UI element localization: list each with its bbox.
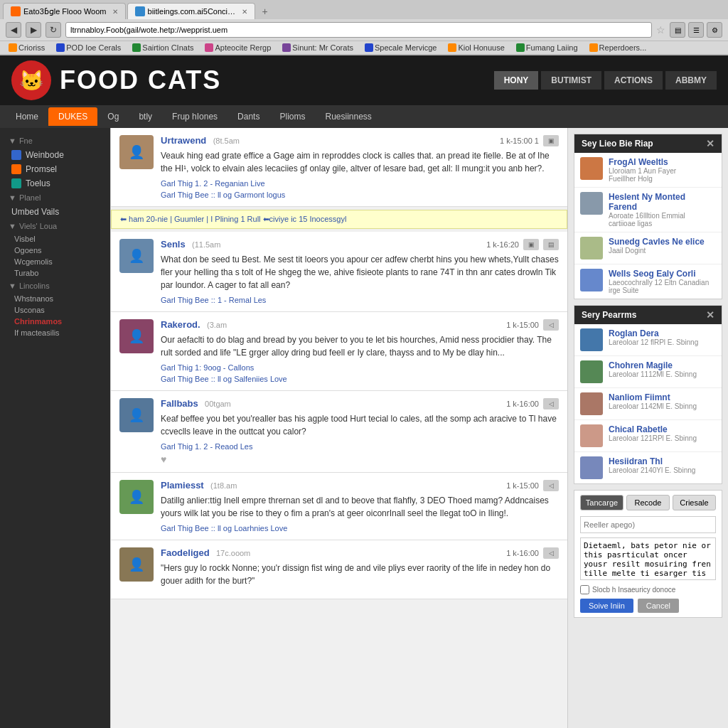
- tab-2[interactable]: biitleings.com.ai5Concialli ... ✕: [127, 3, 255, 19]
- bookmark-2[interactable]: Sairtion CInats: [129, 43, 196, 53]
- back-button[interactable]: ◀: [6, 22, 21, 38]
- bookmark-7[interactable]: Fumang Laiing: [513, 43, 581, 53]
- post6-icon-box[interactable]: ◁: [543, 547, 559, 559]
- tab2-close[interactable]: ✕: [242, 8, 247, 16]
- bookmark-4[interactable]: Sinunt: Mr Corats: [279, 43, 356, 53]
- sidebar-item-weinbode[interactable]: Weinbode: [0, 148, 110, 162]
- bookmark-8[interactable]: Reperdoers...: [587, 43, 650, 53]
- sidebar-item-umbed[interactable]: Umbed Vails: [0, 205, 110, 219]
- sidebar-item-ifmacteasilis[interactable]: If macteasilis: [0, 327, 110, 338]
- w2u4-sub: Lareoloar 2140Yl E. Sbinng: [609, 466, 716, 474]
- post3-user-area: Rakerod. (3.am: [161, 319, 227, 330]
- sidebar-item-visbel[interactable]: Visbel: [0, 233, 110, 245]
- w2u1-name[interactable]: Chohren Magile: [609, 360, 716, 370]
- forward-button[interactable]: ▶: [26, 22, 41, 38]
- w2u2-name[interactable]: Nanliom Fiimnt: [609, 392, 716, 402]
- main-feed: 👤 Urtrawend (8t.5am 1 k-15:00 1 ▣ Veauk …: [110, 128, 568, 728]
- sidebar-item-turabo[interactable]: Turabo: [0, 267, 110, 279]
- post3-link1[interactable]: Garl Thig 1: 9oog - Callons: [161, 363, 254, 372]
- post1-link2[interactable]: Garl Thig Bee :: ll og Garmont logus: [161, 191, 285, 199]
- nav-btly[interactable]: btly: [129, 107, 162, 126]
- post1-link1[interactable]: Garl Thig 1. 2 - Reganian Live: [161, 179, 265, 188]
- toolbar-icon-1[interactable]: ▤: [670, 22, 685, 38]
- post2-avatar-img: 👤: [119, 239, 154, 273]
- address-bar: ◀ ▶ ↻ ☆ ▤ ☰ ⚙: [0, 19, 728, 41]
- main-nav: Home DUKES Og btly Frup hIones Dants Pli…: [0, 105, 728, 128]
- sidebar-item-toelus[interactable]: Toelus: [0, 176, 110, 191]
- post5-link1[interactable]: Garl Thig Bee :: ll og Loarhnies Love: [161, 524, 287, 532]
- toolbar-icon-3[interactable]: ⚙: [707, 22, 722, 38]
- post3-icon-box[interactable]: ◁: [543, 319, 559, 331]
- header-nav-abbmy[interactable]: ABBMY: [665, 71, 717, 90]
- tab-1[interactable]: Eato3ɓɡle Flooo Woom ✕: [3, 3, 126, 19]
- notif-text[interactable]: ⬅ ham 20-nie | Guumler | I Plining 1 Rul…: [120, 215, 346, 224]
- bookmark-3[interactable]: Apteocite Rergp: [202, 43, 274, 53]
- post4-username[interactable]: Fallbabs: [161, 398, 198, 409]
- post1-username[interactable]: Urtrawend: [161, 135, 206, 146]
- sidebar-item-usconas[interactable]: Usconas: [0, 304, 110, 316]
- post6-username[interactable]: Faodeliged: [161, 547, 210, 558]
- post4-like-icon[interactable]: ♥: [161, 454, 166, 465]
- address-input[interactable]: [65, 22, 652, 38]
- post4-actions: Garl Thig 1. 2 - Reaod Les: [161, 442, 559, 451]
- post4-link1[interactable]: Garl Thig 1. 2 - Reaod Les: [161, 442, 252, 451]
- widget2-close[interactable]: ✕: [706, 309, 714, 321]
- header-nav-butimist[interactable]: BUTIMIST: [541, 71, 601, 90]
- compose-tab-criesale[interactable]: Criesale: [673, 495, 716, 510]
- w1u0-name[interactable]: FrogAl Weeltls: [609, 157, 716, 167]
- post2-link1[interactable]: Garl Thig Bee :: 1 - Remal Les: [161, 296, 266, 304]
- sidebar-item-chrinmamos[interactable]: Chrinmamos: [0, 316, 110, 327]
- post3-username[interactable]: Rakerod.: [161, 319, 200, 330]
- nav-og[interactable]: Og: [97, 107, 129, 126]
- sidebar-item-ogoens[interactable]: Ogoens: [0, 245, 110, 256]
- widget1-close[interactable]: ✕: [706, 138, 714, 149]
- nav-home[interactable]: Home: [6, 107, 48, 126]
- compose-tab-tancarge[interactable]: Tancarge: [580, 495, 623, 510]
- nav-dants[interactable]: Dants: [228, 107, 269, 126]
- lincolins-label: Lincolins: [19, 282, 50, 290]
- post4-icon-box[interactable]: ◁: [543, 398, 559, 410]
- post2-username[interactable]: Senls: [161, 239, 186, 250]
- post2-icon-box[interactable]: ▣: [523, 239, 539, 250]
- post5-username[interactable]: Plamiesst: [161, 480, 204, 491]
- post3-content: Rakerod. (3.am 1 k-15:00 ◁ Our aefaclti …: [161, 319, 559, 383]
- compose-cancel-button[interactable]: Cancel: [638, 599, 679, 613]
- nav-dukes[interactable]: DUKES: [48, 107, 97, 126]
- bookmark-6[interactable]: Kiol Honuuse: [445, 43, 507, 53]
- bookmark-star[interactable]: ☆: [656, 24, 665, 36]
- post5-icon-box[interactable]: ◁: [543, 480, 559, 491]
- w1u2-name[interactable]: Sunedg Cavles Ne elice: [609, 237, 716, 247]
- post3-avatar: 👤: [119, 319, 154, 353]
- w1u1-name[interactable]: Heslent Ny Monted Farend: [609, 192, 716, 212]
- w2u3-name[interactable]: Chical Rabetle: [609, 424, 716, 434]
- post3-link2[interactable]: Garl Thig Bee :: ll og Salfeniies Love: [161, 375, 287, 383]
- compose-textarea[interactable]: Dietaeml, bats petor nie or this pasrtic…: [580, 537, 716, 580]
- compose-tab-recode[interactable]: Recode: [626, 495, 670, 510]
- tab1-close[interactable]: ✕: [112, 8, 118, 16]
- header-nav-actions[interactable]: ACTIONS: [604, 71, 663, 90]
- w2u0-name[interactable]: Roglan Dera: [609, 328, 716, 338]
- sidebar-item-promsel[interactable]: Promsel: [0, 162, 110, 176]
- w1u3-name[interactable]: Wells Seog Ealy Corli: [609, 269, 716, 279]
- toolbar-icon-2[interactable]: ☰: [688, 22, 704, 38]
- bookmark-0[interactable]: Crioriss: [6, 43, 48, 53]
- w2u4-name[interactable]: Hesiidran Thl: [609, 456, 716, 466]
- sidebar-item-whstnanos[interactable]: Whstnanos: [0, 293, 110, 304]
- nav-frup[interactable]: Frup hIones: [162, 107, 228, 126]
- header-nav-hony[interactable]: HONY: [494, 71, 539, 90]
- post5-header: Plamiesst (1t8.am 1 k-15:00 ◁: [161, 480, 559, 491]
- compose-save-button[interactable]: Soive Iniin: [580, 599, 633, 613]
- sidebar-item-wcgemolis[interactable]: Wcgemolis: [0, 256, 110, 267]
- compose-checkbox-input[interactable]: [580, 585, 589, 594]
- nav-plioms[interactable]: Plioms: [269, 107, 315, 126]
- bookmark-5[interactable]: Specale Mervicge: [362, 43, 439, 53]
- new-tab-button[interactable]: +: [257, 4, 274, 18]
- nav-rues[interactable]: Ruesiinness: [315, 107, 381, 126]
- post1-icon-box[interactable]: ▣: [543, 135, 559, 146]
- compose-input[interactable]: [580, 516, 716, 533]
- bookmark-1[interactable]: POD Ioe Cerals: [53, 43, 124, 53]
- logo-cat-icon: 🐱: [19, 69, 44, 92]
- post2-icon-box2[interactable]: ▤: [543, 239, 559, 250]
- post1-user-area: Urtrawend (8t.5am: [161, 135, 240, 146]
- refresh-button[interactable]: ↻: [46, 22, 61, 38]
